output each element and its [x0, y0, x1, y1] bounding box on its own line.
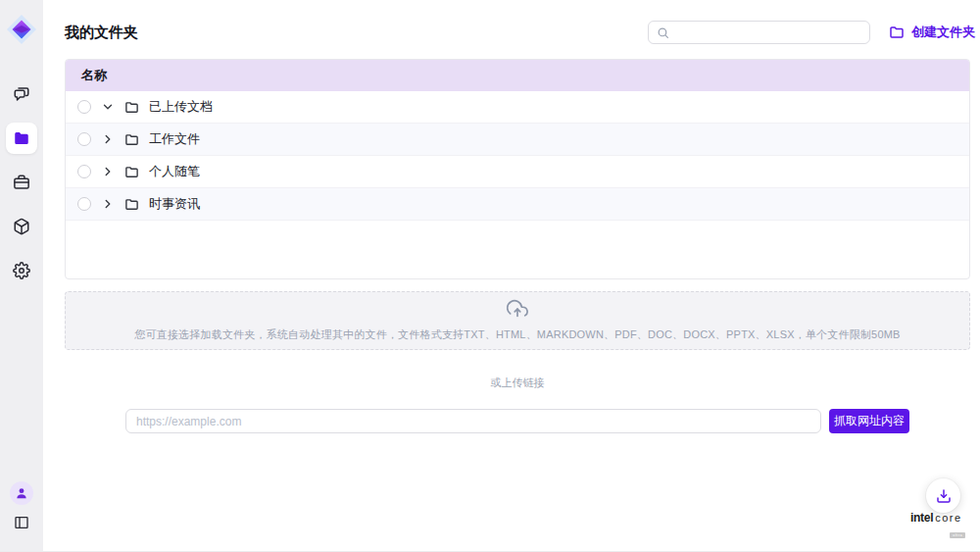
url-input[interactable] — [125, 409, 821, 433]
folder-icon — [124, 165, 139, 179]
folder-name: 已上传文档 — [149, 98, 213, 116]
app-window: 我的文件夹 创建文件夹 名称 — [0, 0, 980, 552]
folder-icon — [13, 129, 30, 147]
download-fab-button[interactable] — [926, 478, 960, 513]
search-icon — [657, 26, 669, 39]
download-icon — [936, 488, 952, 504]
sidebar-item-chat[interactable] — [6, 78, 37, 110]
folder-icon — [124, 197, 139, 212]
page-header: 我的文件夹 创建文件夹 — [65, 20, 975, 45]
folder-row[interactable]: 工作文件 — [66, 124, 969, 156]
sidebar-item-folders[interactable] — [6, 123, 37, 154]
sidebar-nav — [6, 78, 37, 286]
row-checkbox[interactable] — [77, 100, 91, 114]
briefcase-icon — [13, 174, 30, 191]
intel-core-logo: intel core ultra — [910, 512, 971, 539]
folder-name: 个人随笔 — [149, 163, 200, 180]
chevron-right-icon[interactable] — [101, 132, 115, 146]
table-header-name: 名称 — [66, 60, 969, 91]
ultra-badge: ultra — [950, 532, 965, 538]
folder-table: 名称 已上传文档 工作文件 — [65, 59, 970, 279]
link-upload-row: 抓取网址内容 — [125, 409, 909, 433]
fetch-url-button[interactable]: 抓取网址内容 — [829, 409, 909, 433]
upload-hint-text: 您可直接选择加载文件夹，系统自动处理其中的文件，文件格式支持TXT、HTML、M… — [134, 327, 900, 342]
create-folder-label: 创建文件夹 — [911, 24, 975, 41]
app-logo — [5, 13, 38, 46]
diamond-logo-icon — [6, 14, 37, 45]
folder-row[interactable]: 时事资讯 — [66, 188, 969, 221]
create-folder-button[interactable]: 创建文件夹 — [889, 24, 975, 41]
user-avatar-icon — [15, 486, 28, 500]
folder-icon — [124, 100, 139, 115]
upload-dropzone[interactable]: 您可直接选择加载文件夹，系统自动处理其中的文件，文件格式支持TXT、HTML、M… — [65, 291, 970, 350]
chevron-right-icon[interactable] — [101, 197, 115, 211]
folder-row[interactable]: 个人随笔 — [66, 156, 969, 188]
panel-toggle-icon — [14, 515, 29, 530]
core-wordmark: core — [935, 513, 961, 524]
sidebar-item-settings[interactable] — [6, 255, 37, 286]
cloud-upload-icon — [507, 299, 528, 325]
gear-icon — [13, 262, 30, 279]
intel-wordmark: intel — [910, 512, 933, 524]
row-checkbox[interactable] — [77, 197, 91, 211]
chevron-right-icon[interactable] — [101, 165, 115, 178]
user-avatar[interactable] — [10, 481, 33, 505]
row-checkbox[interactable] — [77, 165, 91, 178]
chevron-down-icon[interactable] — [101, 100, 115, 114]
sidebar-bottom — [10, 481, 33, 552]
search-input[interactable] — [675, 25, 861, 39]
folder-name: 工作文件 — [149, 130, 200, 148]
search-box — [648, 21, 870, 44]
chat-icon — [13, 85, 30, 103]
panel-toggle-button[interactable] — [10, 511, 33, 534]
cube-icon — [13, 218, 30, 235]
page-title: 我的文件夹 — [65, 24, 138, 42]
sidebar — [0, 0, 43, 552]
folder-plus-icon — [889, 25, 905, 40]
folder-icon — [124, 132, 139, 147]
or-upload-link-label: 或上传链接 — [65, 376, 970, 390]
folder-row[interactable]: 已上传文档 — [66, 91, 969, 124]
row-checkbox[interactable] — [77, 132, 91, 146]
sidebar-item-workspace[interactable] — [6, 167, 37, 198]
sidebar-item-plugins[interactable] — [6, 211, 37, 242]
folder-name: 时事资讯 — [149, 195, 200, 213]
main-content: 我的文件夹 创建文件夹 名称 — [43, 0, 980, 552]
